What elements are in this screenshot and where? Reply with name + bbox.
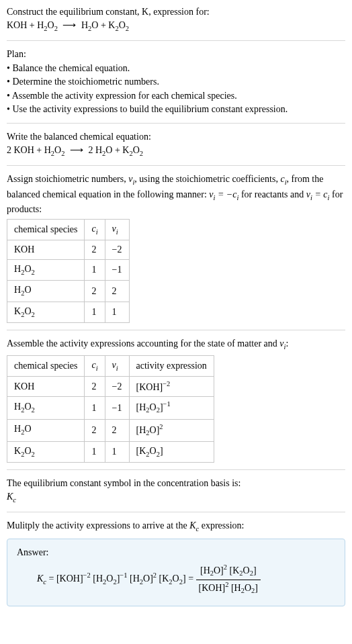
txt: O xyxy=(243,565,250,576)
txt: O xyxy=(119,20,126,30)
cell: 2 xyxy=(85,240,105,260)
txt: [H xyxy=(93,573,103,584)
txt: O xyxy=(173,573,179,584)
cell: 1 xyxy=(85,302,105,322)
cell: H2O xyxy=(7,419,85,441)
cell: −2 xyxy=(105,377,129,397)
txt: ] xyxy=(253,565,257,576)
activity-table: chemical species ci νi activity expressi… xyxy=(7,355,214,463)
bal-lhs: 2 KOH + H2O2 xyxy=(7,145,64,155)
txt: [K xyxy=(136,446,146,456)
txt: O xyxy=(150,446,157,456)
exp: 2 xyxy=(225,581,228,588)
cell: 2 xyxy=(85,281,105,302)
txt: H xyxy=(81,20,88,30)
txt: H xyxy=(14,285,21,295)
txt: [K xyxy=(159,573,169,584)
kc-inline: Kc xyxy=(189,520,199,531)
txt: O + K xyxy=(105,145,129,155)
numerator: [H2O]2 [K2O2] xyxy=(196,563,261,580)
txt: K xyxy=(7,492,13,502)
exp: −1 xyxy=(163,400,171,408)
c-i: ci xyxy=(280,174,286,184)
sub: 2 xyxy=(54,24,58,32)
divider xyxy=(7,512,345,512)
table-row: KOH 2 −2 xyxy=(7,240,130,260)
table-header-row: chemical species ci νi activity expressi… xyxy=(7,355,214,376)
txt: O xyxy=(24,446,31,456)
txt: O xyxy=(24,264,31,274)
balanced-block: Write the balanced chemical equation: 2 … xyxy=(7,130,345,158)
plan-item: • Balance the chemical equation. xyxy=(7,62,345,75)
txt: H xyxy=(14,424,21,434)
cell: 2 xyxy=(85,377,105,397)
cell: [H2O]2 xyxy=(129,419,214,441)
txt: [K xyxy=(230,565,240,576)
sub: 2 xyxy=(140,149,143,156)
col-species: chemical species xyxy=(7,219,85,240)
answer-equation: Kc = [KOH]−2 [H2O2]−1 [H2O]2 [K2O2] = [H… xyxy=(17,563,335,596)
intro-equation: KOH + H2O2 ⟶ H2O + K2O2 xyxy=(7,19,345,34)
divider xyxy=(7,165,345,166)
txt: [H xyxy=(130,573,140,584)
txt: O xyxy=(150,402,157,412)
exp: 2 xyxy=(159,423,163,430)
txt: Assemble the activity expressions accoun… xyxy=(7,338,279,349)
stoich-table: chemical species ci νi KOH 2 −2 H2O2 1 −… xyxy=(7,219,130,324)
exp: −2 xyxy=(163,380,170,387)
txt: K xyxy=(14,446,21,456)
table-row: KOH 2 −2 [KOH]−2 xyxy=(7,377,214,397)
balanced-equation: 2 KOH + H2O2 ⟶ 2 H2O + K2O2 xyxy=(7,144,345,158)
col-activity: activity expression xyxy=(129,355,214,376)
answer-label: Answer: xyxy=(17,546,335,559)
txt: O xyxy=(24,285,31,295)
txt: H xyxy=(14,264,21,274)
rel2: νi = ci xyxy=(306,189,330,199)
nu-i: νi xyxy=(128,174,134,184)
txt: [KOH] xyxy=(136,382,163,392)
cell: [KOH]−2 xyxy=(129,377,214,397)
table-header-row: chemical species ci νi xyxy=(7,219,130,240)
cell: −1 xyxy=(105,259,129,280)
cell: H2O xyxy=(7,281,85,302)
col-ci: ci xyxy=(85,219,105,240)
txt: [KOH] xyxy=(56,573,83,584)
table-row: K2O2 1 1 [K2O2] xyxy=(7,441,214,462)
reaction-arrow-icon: ⟶ xyxy=(60,20,79,30)
txt: : xyxy=(285,338,288,349)
txt: 2 H xyxy=(88,145,102,155)
txt: [KOH] xyxy=(199,582,226,592)
txt: Assign stoichiometric numbers, xyxy=(7,174,128,184)
cell: [H2O2]−1 xyxy=(129,397,214,419)
cell: 1 xyxy=(105,302,129,322)
txt: H xyxy=(14,402,21,412)
cell: [K2O2] xyxy=(129,441,214,462)
sub: 2 xyxy=(61,149,64,156)
txt: O xyxy=(24,306,31,316)
txt: ] xyxy=(255,582,258,592)
txt: O + K xyxy=(91,20,115,30)
txt: K xyxy=(14,306,21,316)
plan-block: Plan: • Balance the chemical equation. •… xyxy=(7,48,345,116)
sub: 2 xyxy=(126,24,129,32)
table-row: H2O2 1 −1 [H2O2]−1 xyxy=(7,397,214,419)
symbol-line: The equilibrium constant symbol in the c… xyxy=(7,477,345,490)
txt: = xyxy=(46,573,56,584)
exp: −1 xyxy=(120,572,127,580)
plan-item: • Assemble the activity expression for e… xyxy=(7,89,345,103)
col-nui: νi xyxy=(105,355,129,376)
intro-line1: Construct the equilibrium constant, K, e… xyxy=(7,5,345,19)
denominator: [KOH]2 [H2O2] xyxy=(196,580,261,596)
table-row: K2O2 1 1 xyxy=(7,302,130,322)
txt: O] xyxy=(214,565,224,576)
cell: K2O2 xyxy=(7,441,85,462)
txt: for reactants and xyxy=(238,189,306,199)
table-row: H2O 2 2 xyxy=(7,281,130,302)
answer-expression: Kc = [KOH]−2 [H2O2]−1 [H2O]2 [K2O2] = [H… xyxy=(17,563,261,596)
plan-item: • Use the activity expressions to build … xyxy=(7,103,345,116)
bal-rhs: 2 H2O + K2O2 xyxy=(88,145,143,155)
exp: 2 xyxy=(153,572,157,580)
cell: 1 xyxy=(85,441,105,462)
fraction: [H2O]2 [K2O2] [KOH]2 [H2O2] xyxy=(196,563,261,596)
txt: ] xyxy=(160,446,163,456)
